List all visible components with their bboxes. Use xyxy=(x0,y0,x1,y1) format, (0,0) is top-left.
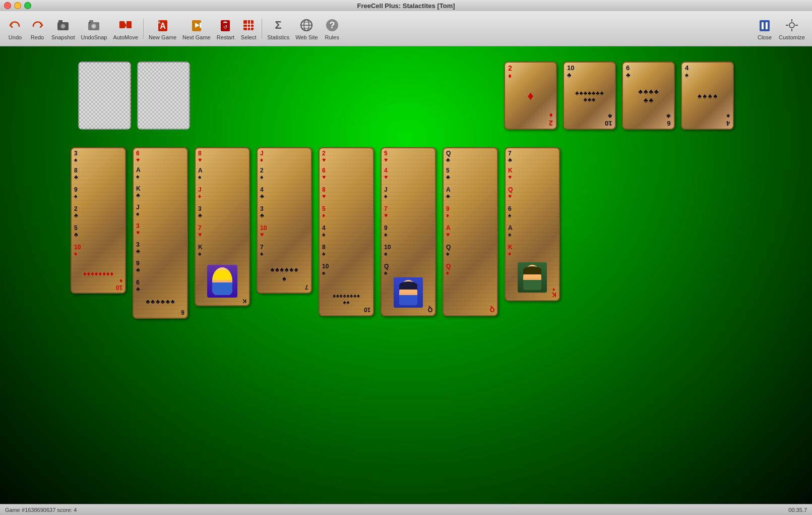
rules-button[interactable]: ? Rules xyxy=(321,14,343,44)
statistics-icon: Σ xyxy=(270,17,286,33)
rules-label: Rules xyxy=(325,34,339,40)
free-cell-2[interactable] xyxy=(137,62,190,130)
svg-rect-1 xyxy=(58,20,63,23)
undosnap-label: UndoSnap xyxy=(81,34,107,40)
f2-top: 10♣ xyxy=(567,65,574,79)
customize-icon xyxy=(784,17,800,33)
column-2[interactable]: 6♥ A♠ K♣ J♠ 3♥ 3♣ 9♣ 6♣ 6 ♣♣ ♣♣ ♣♣ xyxy=(133,147,191,334)
f3-top: 6♣ xyxy=(626,65,631,79)
nextgame-button[interactable]: Next Game xyxy=(179,14,214,44)
minimize-button[interactable] xyxy=(14,2,21,9)
website-label: Web Site xyxy=(295,34,318,40)
website-icon xyxy=(298,17,315,33)
nextgame-icon xyxy=(189,17,205,33)
redo-button[interactable]: Redo xyxy=(26,14,48,44)
svg-rect-17 xyxy=(243,20,254,30)
column-7[interactable]: Q♣ 5♣ A♣ 9♦ A♥ Q♠ Q♦ Q xyxy=(443,147,501,329)
statistics-button[interactable]: Σ Statistics xyxy=(264,14,292,44)
title-bar: FreeCell Plus: Stalactites [Tom] xyxy=(0,0,812,11)
close-toolbar-icon xyxy=(757,17,773,33)
f1-bottom: 2♦ xyxy=(549,111,553,127)
status-bar: Game #1638690637 score: 4 00:35.7 xyxy=(0,504,812,515)
column-1[interactable]: 3♠ 8♣ 9♠ 2♣ 5♣ 10♦ 10♦ ♦♦ ♦♦ ♦♦ ♦♦ xyxy=(71,147,129,309)
f3-bottom: 6♣ xyxy=(666,112,671,127)
svg-text:↺: ↺ xyxy=(223,24,227,30)
svg-rect-29 xyxy=(760,20,770,31)
statistics-label: Statistics xyxy=(267,34,289,40)
svg-rect-31 xyxy=(766,22,768,29)
game-table: 2♦ 2♦ ♦ 10♣ 10♣ ♣♣♣ ♣♣♣ ♣♣♣ ♣ 6♣ 6♣ ♣♣ ♣… xyxy=(0,46,812,504)
separator1 xyxy=(143,19,144,39)
column-4[interactable]: J♦ 2♠ 4♣ 3♣ 10♥ 7♠ 7 ♠♠ ♠♠ ♠♠ ♠ xyxy=(257,147,315,306)
svg-text:A: A xyxy=(160,22,166,30)
snapshot-label: Snapshot xyxy=(51,34,75,40)
svg-text:?: ? xyxy=(329,20,335,30)
column-3[interactable]: 8♥ A♠ J♦ 3♣ 7♥ K♠ K xyxy=(195,147,253,319)
f2-bottom: 10♣ xyxy=(605,112,612,127)
newgame-label: New Game xyxy=(149,34,176,40)
svg-point-32 xyxy=(789,23,794,28)
f4-bottom: 4♠ xyxy=(726,112,730,127)
customize-button[interactable]: Customize xyxy=(776,14,808,44)
close-toolbar-button[interactable]: Close xyxy=(754,14,776,44)
restart-button[interactable]: ↺ Restart xyxy=(214,14,237,44)
foundation-card-4[interactable]: 4♠ 4♠ ♠♠ ♠♠ xyxy=(681,62,734,130)
window-controls[interactable] xyxy=(4,2,31,9)
svg-rect-8 xyxy=(119,21,124,28)
close-toolbar-label: Close xyxy=(758,34,772,40)
restart-label: Restart xyxy=(217,34,234,40)
separator2 xyxy=(262,19,262,39)
undosnap-icon xyxy=(86,17,102,33)
f3-center: ♣♣ ♣♣ ♣♣ xyxy=(636,88,661,104)
newgame-button[interactable]: A A New Game xyxy=(146,14,179,44)
website-button[interactable]: Web Site xyxy=(292,14,321,44)
window-title: FreeCell Plus: Stalactites [Tom] xyxy=(357,2,455,10)
undosnap-button[interactable]: UndoSnap xyxy=(78,14,110,44)
undo-icon xyxy=(7,17,23,33)
f4-top: 4♠ xyxy=(685,65,689,79)
svg-rect-9 xyxy=(127,21,132,28)
select-button[interactable]: Select xyxy=(237,14,260,44)
automove-button[interactable]: AutoMove xyxy=(110,14,141,44)
status-timer: 00:35.7 xyxy=(788,507,807,513)
redo-icon xyxy=(29,17,45,33)
select-icon xyxy=(240,17,257,33)
toolbar: Undo Redo Snapshot xyxy=(0,11,812,46)
automove-label: AutoMove xyxy=(113,34,138,40)
svg-point-3 xyxy=(61,25,65,28)
newgame-icon: A A xyxy=(155,17,171,33)
free-cell-1[interactable] xyxy=(78,62,131,130)
foundation-card-1[interactable]: 2♦ 2♦ ♦ xyxy=(504,62,557,130)
customize-label: Customize xyxy=(779,34,805,40)
f1-center: ♦ xyxy=(527,89,533,103)
column-6[interactable]: 5♥ 4♥ J♠ 7♥ 9♠ 10♠ Q♠ Q xyxy=(381,147,439,329)
foundation-card-2[interactable]: 10♣ 10♣ ♣♣♣ ♣♣♣ ♣♣♣ ♣ xyxy=(563,62,616,130)
f1-top: 2♦ xyxy=(508,65,512,80)
svg-rect-30 xyxy=(762,22,764,29)
close-button[interactable] xyxy=(4,2,11,9)
restart-icon: ↺ xyxy=(217,17,233,33)
foundation-area: 2♦ 2♦ ♦ 10♣ 10♣ ♣♣♣ ♣♣♣ ♣♣♣ ♣ 6♣ 6♣ ♣♣ ♣… xyxy=(504,62,734,130)
redo-label: Redo xyxy=(31,34,44,40)
status-game-info: Game #1638690637 score: 4 xyxy=(5,507,77,513)
rules-icon: ? xyxy=(324,17,340,33)
free-cells-area xyxy=(78,62,190,130)
f4-center: ♠♠ ♠♠ xyxy=(695,92,720,100)
foundation-card-3[interactable]: 6♣ 6♣ ♣♣ ♣♣ ♣♣ xyxy=(622,62,675,130)
automove-icon xyxy=(117,17,134,33)
svg-point-7 xyxy=(92,25,95,28)
nextgame-label: Next Game xyxy=(182,34,211,40)
snapshot-button[interactable]: Snapshot xyxy=(48,14,78,44)
snapshot-icon xyxy=(55,17,71,33)
column-5[interactable]: 2♥ 6♥ 8♥ 5♦ 4♠ 8♠ 10♠ 10 ♠♠♠ ♠♠♠ ♠♠♠ ♠ xyxy=(319,147,377,329)
maximize-button[interactable] xyxy=(24,2,31,9)
undo-label: Undo xyxy=(9,34,22,40)
columns-area: 3♠ 8♣ 9♠ 2♣ 5♣ 10♦ 10♦ ♦♦ ♦♦ ♦♦ ♦♦ 6♥ xyxy=(71,147,741,334)
column-8[interactable]: 7♣ K♥ Q♥ 6♠ A♠ K♦ K ♦ xyxy=(505,147,563,314)
f2-center: ♣♣♣ ♣♣♣ ♣♣♣ ♣ xyxy=(575,89,605,102)
svg-text:A: A xyxy=(158,20,161,25)
select-label: Select xyxy=(241,34,257,40)
svg-rect-14 xyxy=(200,23,201,28)
undo-button[interactable]: Undo xyxy=(4,14,26,44)
